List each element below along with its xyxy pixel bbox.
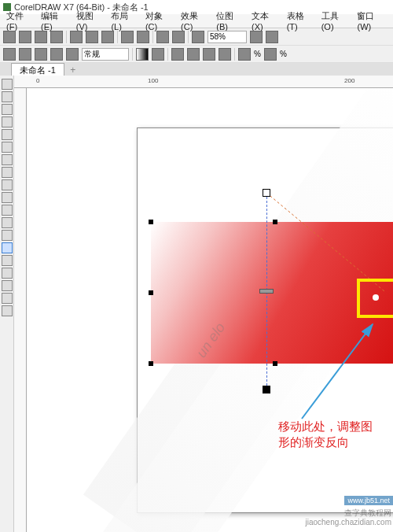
ruler-tick: 0 [36, 77, 39, 84]
zoom-tool-icon[interactable] [2, 116, 13, 127]
smart-fill-tool-icon[interactable] [2, 305, 13, 316]
source-url-badge: www.jb51.net [344, 496, 393, 505]
menu-view[interactable]: 视图(V) [73, 10, 107, 31]
crop-tool-icon[interactable] [2, 104, 13, 115]
workspace: 0 100 200 [0, 76, 393, 532]
menu-object[interactable]: 对象(C) [142, 10, 176, 31]
menu-window[interactable]: 窗口(W) [354, 10, 390, 31]
polygon-tool-icon[interactable] [2, 179, 13, 190]
fill-pattern-icon[interactable] [35, 48, 47, 61]
gradient-midpoint-handle[interactable] [259, 289, 274, 294]
mode1-icon[interactable] [171, 48, 184, 61]
ruler-tick: 200 [344, 77, 354, 84]
rectangle-tool-icon[interactable] [2, 154, 13, 165]
outline-tool-icon[interactable] [2, 280, 13, 291]
separator [66, 31, 67, 43]
menu-table[interactable]: 表格(T) [284, 10, 317, 31]
angle-icon[interactable] [264, 48, 277, 61]
copy-icon[interactable] [86, 31, 98, 43]
import-icon[interactable] [156, 31, 169, 43]
text-tool-icon[interactable] [2, 192, 13, 203]
separator [188, 31, 189, 43]
selection-handle[interactable] [273, 361, 277, 366]
svg-line-0 [266, 193, 384, 291]
gradient-end-handle[interactable] [263, 386, 270, 393]
percent-label2: % [280, 50, 287, 58]
fill-texture-icon[interactable] [50, 48, 63, 61]
selection-handle[interactable] [149, 220, 153, 224]
transparency-icon[interactable] [238, 48, 251, 61]
fill-uniform-icon[interactable] [3, 48, 16, 61]
reverse-icon[interactable] [152, 48, 164, 61]
separator [234, 48, 235, 61]
shape-tool-icon[interactable] [2, 91, 13, 102]
fill-tool-icon[interactable] [2, 293, 13, 304]
menu-layout[interactable]: 布局(L) [108, 10, 141, 31]
fill-postscript-icon[interactable] [66, 48, 79, 61]
menu-bitmap[interactable]: 位图(B) [213, 10, 247, 31]
separator [132, 48, 133, 61]
ruler-vertical[interactable] [14, 88, 27, 532]
new-icon[interactable] [3, 31, 16, 43]
print-icon[interactable] [50, 31, 63, 43]
svg-line-1 [302, 324, 373, 419]
save-icon[interactable] [35, 31, 47, 43]
export-icon[interactable] [172, 31, 185, 43]
artistic-tool-icon[interactable] [2, 142, 13, 153]
separator [167, 48, 168, 61]
annotation-text: 移动此处，调整图 形的渐变反向 [278, 419, 373, 449]
connector-tool-icon[interactable] [2, 230, 13, 241]
transparency-tool-icon[interactable] [2, 255, 13, 266]
menu-bar: 文件(F) 编辑(E) 视图(V) 布局(L) 对象(C) 效果(C) 位图(B… [0, 14, 393, 28]
annotation-arrow [294, 316, 388, 427]
eyedropper-tool-icon[interactable] [2, 268, 13, 279]
gradient-start-handle[interactable] [263, 189, 270, 197]
ruler-area: 0 100 200 [14, 76, 393, 532]
style-dropdown[interactable]: 常规 [82, 48, 129, 61]
canvas[interactable]: 移动此处，调整图 形的渐变反向 un elo www.jb51.net 查字典教… [27, 88, 393, 532]
menu-effects[interactable]: 效果(C) [178, 10, 211, 31]
table-tool-icon[interactable] [2, 205, 13, 216]
percent-label: % [254, 50, 261, 58]
options-icon[interactable] [266, 31, 278, 43]
tab-add-icon[interactable]: + [68, 65, 79, 76]
mode4-icon[interactable] [219, 48, 231, 61]
dimension-tool-icon[interactable] [2, 217, 13, 228]
open-icon[interactable] [19, 31, 31, 43]
snap-icon[interactable] [250, 31, 263, 43]
zoom-level[interactable]: 58% [208, 31, 247, 43]
gradient-preview-icon[interactable] [136, 48, 149, 61]
freehand-tool-icon[interactable] [2, 129, 13, 140]
menu-edit[interactable]: 编辑(E) [38, 10, 72, 31]
interactive-fill-tool-icon[interactable] [2, 242, 13, 253]
mode3-icon[interactable] [203, 48, 215, 61]
watermark-text: 查字典教程网 jiaocheng.chazidian.com [305, 508, 391, 527]
redo-icon[interactable] [137, 31, 149, 43]
ruler-horizontal[interactable]: 0 100 200 [14, 76, 393, 88]
tab-untitled[interactable]: 未命名 -1 [11, 63, 64, 77]
selection-handle[interactable] [149, 361, 153, 366]
separator [117, 31, 118, 43]
ellipse-tool-icon[interactable] [2, 167, 13, 178]
ruler-tick: 100 [148, 77, 158, 84]
menu-file[interactable]: 文件(F) [3, 10, 36, 31]
menu-tools[interactable]: 工具(O) [318, 10, 353, 31]
publish-icon[interactable] [192, 31, 204, 43]
separator [152, 31, 153, 43]
undo-icon[interactable] [121, 31, 134, 43]
gradient-rotation-handle[interactable] [373, 294, 379, 301]
pick-tool-icon[interactable] [2, 79, 13, 90]
toolbox [0, 76, 14, 532]
fill-fountain-icon[interactable] [19, 48, 31, 61]
toolbar-property: 常规 % % [0, 46, 393, 63]
paste-icon[interactable] [101, 31, 114, 43]
selection-handle[interactable] [149, 290, 153, 295]
mode2-icon[interactable] [187, 48, 200, 61]
menu-text[interactable]: 文本(X) [248, 10, 282, 31]
cut-icon[interactable] [70, 31, 83, 43]
